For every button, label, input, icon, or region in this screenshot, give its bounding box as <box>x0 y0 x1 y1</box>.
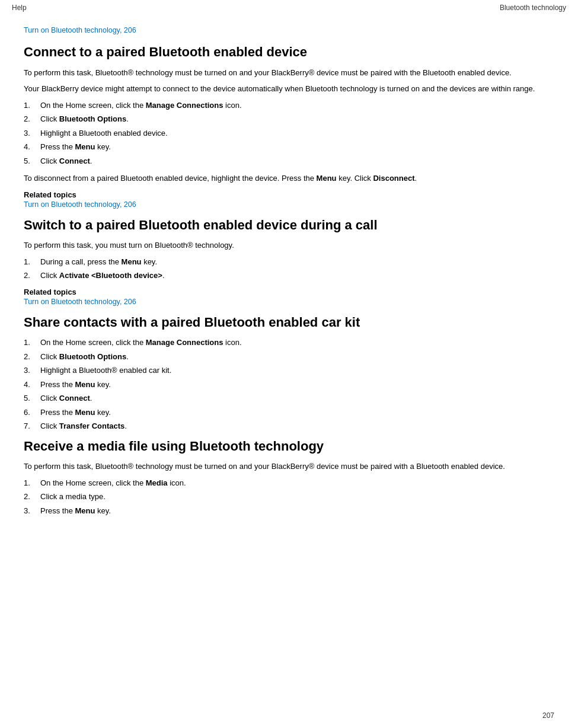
step-4-connect: 4. Press the Menu key. <box>24 141 554 153</box>
intro-text-2-connect: Your BlackBerry device might attempt to … <box>24 83 554 95</box>
bold-connect-share: Connect <box>59 394 90 403</box>
bold-menu-share-2: Menu <box>75 408 95 417</box>
page-number: 207 <box>542 711 554 720</box>
bold-disconnect: Disconnect <box>373 174 414 183</box>
steps-list-receive: 1. On the Home screen, click the Media i… <box>24 477 554 517</box>
section-switch-paired: Switch to a paired Bluetooth enabled dev… <box>24 217 554 306</box>
bold-media: Media <box>146 478 168 487</box>
step-6-share: 6. Press the Menu key. <box>24 407 554 419</box>
related-link-2[interactable]: Turn on Bluetooth technology, 206 <box>24 298 554 306</box>
step-3-receive: 3. Press the Menu key. <box>24 505 554 517</box>
section-receive-media: Receive a media file using Bluetooth tec… <box>24 438 554 517</box>
steps-list-switch: 1. During a call, press the Menu key. 2.… <box>24 256 554 282</box>
content-area: Turn on Bluetooth technology, 206 Connec… <box>0 15 578 558</box>
header-left: Help <box>12 4 27 12</box>
bold-menu-disconnect: Menu <box>317 174 337 183</box>
section-title-receive-media: Receive a media file using Bluetooth tec… <box>24 438 554 455</box>
step-2-receive: 2. Click a media type. <box>24 491 554 503</box>
steps-list-connect: 1. On the Home screen, click the Manage … <box>24 100 554 167</box>
step-5-share: 5. Click Connect. <box>24 392 554 404</box>
step-1-connect: 1. On the Home screen, click the Manage … <box>24 100 554 111</box>
related-link-1[interactable]: Turn on Bluetooth technology, 206 <box>24 200 554 209</box>
step-2-connect: 2. Click Bluetooth Options. <box>24 113 554 125</box>
step-1-switch: 1. During a call, press the Menu key. <box>24 256 554 268</box>
bold-menu-switch-1: Menu <box>122 257 142 266</box>
bold-bluetooth-options-2: Bluetooth Options <box>59 352 126 361</box>
step-1-share: 1. On the Home screen, click the Manage … <box>24 337 554 349</box>
related-topics-label-2: Related topics <box>24 288 554 296</box>
step-3-connect: 3. Highlight a Bluetooth enabled device. <box>24 127 554 139</box>
bold-manage-connections-2: Manage Connections <box>146 338 223 347</box>
step-2-switch: 2. Click Activate <Bluetooth device>. <box>24 270 554 282</box>
intro-text-switch: To perform this task, you must turn on B… <box>24 240 554 251</box>
bold-connect-1: Connect <box>59 157 90 165</box>
toc-link-top[interactable]: Turn on Bluetooth technology, 206 <box>24 26 554 34</box>
bold-manage-connections-1: Manage Connections <box>146 101 223 110</box>
section-title-share-contacts: Share contacts with a paired Bluetooth e… <box>24 314 554 331</box>
step-3-share: 3. Highlight a Bluetooth® enabled car ki… <box>24 365 554 376</box>
bold-activate-bt: Activate <Bluetooth device> <box>59 271 162 280</box>
section-share-contacts: Share contacts with a paired Bluetooth e… <box>24 314 554 432</box>
bold-menu-receive: Menu <box>75 506 95 515</box>
bold-bluetooth-options-1: Bluetooth Options <box>59 114 126 123</box>
related-topics-label-1: Related topics <box>24 190 554 199</box>
section-title-connect-paired: Connect to a paired Bluetooth enabled de… <box>24 44 554 61</box>
disconnect-note: To disconnect from a paired Bluetooth en… <box>24 173 554 184</box>
section-connect-paired: Connect to a paired Bluetooth enabled de… <box>24 44 554 209</box>
section-title-switch-paired: Switch to a paired Bluetooth enabled dev… <box>24 217 554 234</box>
page-footer: 207 <box>542 711 554 720</box>
bold-menu-1: Menu <box>75 142 95 151</box>
intro-text-1-connect: To perform this task, Bluetooth® technol… <box>24 67 554 79</box>
step-4-share: 4. Press the Menu key. <box>24 379 554 391</box>
intro-text-receive: To perform this task, Bluetooth® technol… <box>24 461 554 472</box>
step-5-connect: 5. Click Connect. <box>24 155 554 167</box>
steps-list-share: 1. On the Home screen, click the Manage … <box>24 337 554 432</box>
step-2-share: 2. Click Bluetooth Options. <box>24 351 554 363</box>
header-right: Bluetooth technology <box>500 4 566 12</box>
bold-transfer-contacts: Transfer Contacts <box>59 422 125 430</box>
step-1-receive: 1. On the Home screen, click the Media i… <box>24 477 554 489</box>
page-header: Help Bluetooth technology <box>0 0 578 15</box>
bold-menu-share-1: Menu <box>75 380 95 389</box>
step-7-share: 7. Click Transfer Contacts. <box>24 420 554 432</box>
